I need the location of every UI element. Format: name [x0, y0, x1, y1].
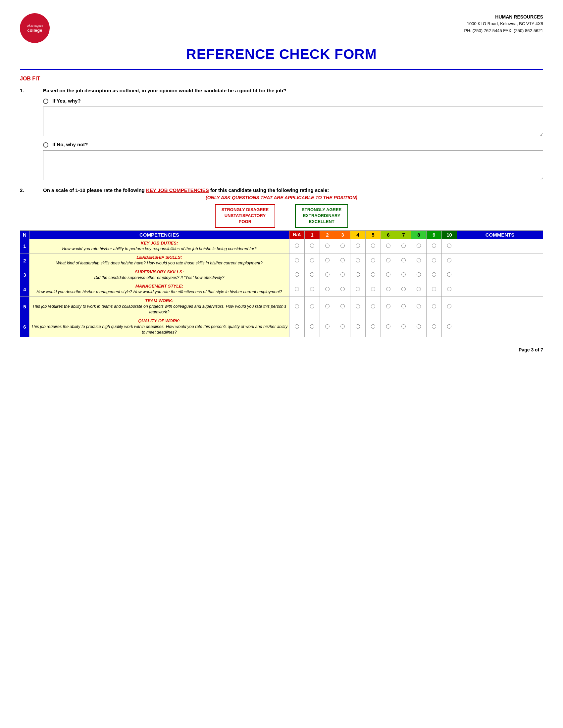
- scale-low: STRONGLY DISAGREEUNSTATISFACTORYPOOR: [215, 204, 275, 228]
- radio-row6-col6[interactable]: [381, 317, 396, 337]
- radio-row5-col7[interactable]: [396, 296, 411, 317]
- radio-row2-col4[interactable]: [351, 253, 366, 268]
- radio-row2-colna[interactable]: [290, 253, 305, 268]
- th-1: 1: [305, 230, 320, 239]
- if-yes-radio[interactable]: [43, 99, 48, 104]
- radio-row3-colna[interactable]: [290, 268, 305, 282]
- radio-row2-col1[interactable]: [305, 253, 320, 268]
- radio-row2-col2[interactable]: [320, 253, 335, 268]
- blue-divider: [20, 69, 543, 70]
- if-no-radio[interactable]: [43, 142, 48, 148]
- radio-row6-col9[interactable]: [427, 317, 442, 337]
- q2-number: 2.: [20, 187, 33, 193]
- radio-row4-col3[interactable]: [335, 282, 351, 297]
- radio-row6-col2[interactable]: [320, 317, 335, 337]
- radio-row5-col1[interactable]: [305, 296, 320, 317]
- radio-row3-col4[interactable]: [351, 268, 366, 282]
- radio-row2-col6[interactable]: [381, 253, 396, 268]
- radio-row1-col9[interactable]: [427, 239, 442, 253]
- if-yes-label: If Yes, why?: [43, 98, 543, 104]
- radio-row2-col5[interactable]: [366, 253, 381, 268]
- radio-row2-col10[interactable]: [442, 253, 457, 268]
- radio-row2-col8[interactable]: [411, 253, 427, 268]
- radio-row1-col7[interactable]: [396, 239, 411, 253]
- comp-desc-2: What kind of leadership skills does he/s…: [56, 261, 262, 265]
- hr-info: HUMAN RESOURCES 1000 KLO Road, Kelowna, …: [464, 13, 543, 34]
- radio-row4-col6[interactable]: [381, 282, 396, 297]
- radio-row1-col2[interactable]: [320, 239, 335, 253]
- radio-row3-col5[interactable]: [366, 268, 381, 282]
- radio-row3-col7[interactable]: [396, 268, 411, 282]
- radio-row3-col9[interactable]: [427, 268, 442, 282]
- row-num-2: 2: [20, 253, 29, 268]
- radio-row3-col10[interactable]: [442, 268, 457, 282]
- radio-row4-col9[interactable]: [427, 282, 442, 297]
- radio-row3-col3[interactable]: [335, 268, 351, 282]
- radio-row6-col10[interactable]: [442, 317, 457, 337]
- radio-row1-col1[interactable]: [305, 239, 320, 253]
- th-9: 9: [427, 230, 442, 239]
- radio-row6-col8[interactable]: [411, 317, 427, 337]
- radio-row5-col10[interactable]: [442, 296, 457, 317]
- comments-row6[interactable]: [457, 317, 543, 337]
- radio-row3-col8[interactable]: [411, 268, 427, 282]
- comp-desc-3: Did the candidate supervise other employ…: [94, 275, 224, 280]
- radio-row4-col2[interactable]: [320, 282, 335, 297]
- comments-row4[interactable]: [457, 282, 543, 297]
- radio-row3-col6[interactable]: [381, 268, 396, 282]
- radio-row2-col7[interactable]: [396, 253, 411, 268]
- question-1-block: 1. Based on the job description as outli…: [20, 88, 543, 180]
- radio-row1-col8[interactable]: [411, 239, 427, 253]
- radio-row6-col1[interactable]: [305, 317, 320, 337]
- radio-row5-colna[interactable]: [290, 296, 305, 317]
- radio-row5-col2[interactable]: [320, 296, 335, 317]
- radio-row4-col10[interactable]: [442, 282, 457, 297]
- radio-row4-col8[interactable]: [411, 282, 427, 297]
- radio-row1-col10[interactable]: [442, 239, 457, 253]
- th-4: 4: [351, 230, 366, 239]
- section-job-fit: JOB FIT: [20, 76, 543, 82]
- logo-line2: college: [27, 28, 42, 33]
- comments-row5[interactable]: [457, 296, 543, 317]
- radio-row5-col5[interactable]: [366, 296, 381, 317]
- comments-row3[interactable]: [457, 268, 543, 282]
- table-row: 6QUALITY OF WORK:This job requires the a…: [20, 317, 543, 337]
- radio-row4-colna[interactable]: [290, 282, 305, 297]
- radio-row5-col6[interactable]: [381, 296, 396, 317]
- radio-row6-col3[interactable]: [335, 317, 351, 337]
- radio-row6-col4[interactable]: [351, 317, 366, 337]
- competency-text-6: QUALITY OF WORK:This job requires the ab…: [29, 317, 290, 337]
- table-row: 1KEY JOB DUTIES:How would you rate his/h…: [20, 239, 543, 253]
- radio-row3-col1[interactable]: [305, 268, 320, 282]
- if-no-textarea[interactable]: [43, 150, 543, 180]
- radio-row4-col1[interactable]: [305, 282, 320, 297]
- radio-row4-col5[interactable]: [366, 282, 381, 297]
- radio-row5-col9[interactable]: [427, 296, 442, 317]
- comments-row1[interactable]: [457, 239, 543, 253]
- radio-row1-col4[interactable]: [351, 239, 366, 253]
- page-header: okanagan college HUMAN RESOURCES 1000 KL…: [20, 13, 543, 43]
- table-row: 5TEAM WORK:This job requires the ability…: [20, 296, 543, 317]
- table-row: 2LEADERSHIP SKILLS:What kind of leadersh…: [20, 253, 543, 268]
- radio-row3-col2[interactable]: [320, 268, 335, 282]
- radio-row1-colna[interactable]: [290, 239, 305, 253]
- radio-row6-col7[interactable]: [396, 317, 411, 337]
- if-yes-text: If Yes, why?: [52, 98, 81, 104]
- radio-row2-col3[interactable]: [335, 253, 351, 268]
- comments-row2[interactable]: [457, 253, 543, 268]
- form-title: REFERENCE CHECK FORM: [20, 46, 543, 62]
- radio-row4-col4[interactable]: [351, 282, 366, 297]
- radio-row4-col7[interactable]: [396, 282, 411, 297]
- radio-row1-col3[interactable]: [335, 239, 351, 253]
- q1-text: Based on the job description as outlined…: [43, 88, 286, 93]
- radio-row5-col4[interactable]: [351, 296, 366, 317]
- competencies-table: N COMPETENCIES N/A 1 2 3 4 5 6 7 8 9 10 …: [20, 230, 543, 337]
- radio-row1-col6[interactable]: [381, 239, 396, 253]
- radio-row5-col3[interactable]: [335, 296, 351, 317]
- radio-row1-col5[interactable]: [366, 239, 381, 253]
- if-yes-textarea[interactable]: [43, 107, 543, 136]
- radio-row5-col8[interactable]: [411, 296, 427, 317]
- radio-row6-col5[interactable]: [366, 317, 381, 337]
- radio-row2-col9[interactable]: [427, 253, 442, 268]
- radio-row6-colna[interactable]: [290, 317, 305, 337]
